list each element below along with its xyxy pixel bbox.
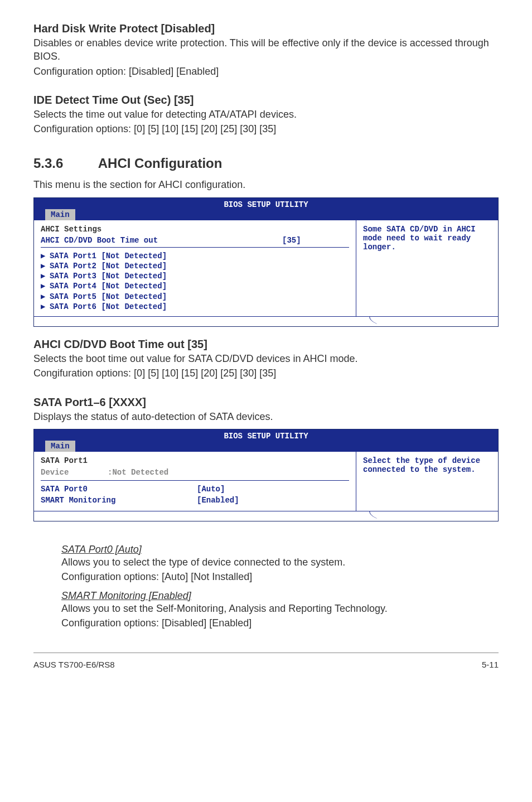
sata-px-title: SATA Port1–6 [XXXX] (33, 396, 499, 409)
footer-divider (33, 653, 499, 653)
device-value: :Not Detected (108, 467, 349, 479)
expand-icon: ▶ (41, 292, 50, 302)
sata-port6-row[interactable]: ▶SATA Port6 [Not Detected] (41, 302, 349, 312)
expand-icon: ▶ (41, 251, 50, 261)
sata-port2-row[interactable]: ▶SATA Port2 [Not Detected] (41, 261, 349, 271)
smart-value: [Enabled] (197, 495, 349, 506)
sata-port4-text: SATA Port4 [Not Detected] (50, 281, 167, 291)
hdwp-options: Configuration option: [Disabled] [Enable… (33, 65, 499, 78)
bios-left-pane: AHCI Settings AHCI CD/DVD Boot Time out … (34, 220, 356, 316)
ahci-bt-desc: Selects the boot time out value for SATA… (33, 352, 499, 365)
hard-disk-write-protect-section: Hard Disk Write Protect [Disabled] Disab… (33, 22, 499, 78)
bios-header-title: BIOS SETUP UTILITY (224, 200, 308, 209)
sata-port1-title: SATA Port1 (41, 456, 349, 465)
footer-page-number: 5-11 (482, 660, 499, 669)
ide-options: Configuration options: [0] [5] [10] [15]… (33, 122, 499, 136)
smart-sub-options: Configuration options: [Disabled] [Enabl… (61, 616, 499, 630)
sata-port0-value: [Auto] (197, 484, 349, 495)
bios-panel-sata-port: BIOS SETUP UTILITY Main SATA Port1 Devic… (33, 429, 499, 521)
sata-port1-text: SATA Port1 [Not Detected] (50, 251, 167, 261)
ahci-settings-title: AHCI Settings (41, 225, 349, 234)
section-number: 5.3.6 (33, 156, 95, 171)
section-heading: 5.3.6 AHCI Configuration (33, 156, 499, 171)
bios-help-pane: Some SATA CD/DVD in AHCI mode need to wa… (356, 220, 498, 316)
ide-title: IDE Detect Time Out (Sec) [35] (33, 94, 499, 107)
sata-px-desc: Displays the status of auto-detection of… (33, 410, 499, 423)
sata-port4-row[interactable]: ▶SATA Port4 [Not Detected] (41, 281, 349, 291)
ahci-boot-time-row[interactable]: AHCI CD/DVD Boot Time out [35] (41, 236, 349, 248)
bios-tab-main[interactable]: Main (45, 441, 75, 452)
ahci-bt-title: AHCI CD/DVD Boot Time out [35] (33, 338, 499, 351)
expand-icon: ▶ (41, 271, 50, 281)
expand-icon: ▶ (41, 302, 50, 312)
expand-icon: ▶ (41, 261, 50, 271)
bios-help-text: Select the type of device connected to t… (363, 456, 480, 474)
smart-monitoring-row[interactable]: SMART Monitoring [Enabled] (41, 495, 349, 506)
footer-product: ASUS TS700-E6/RS8 (33, 660, 115, 669)
bios-header: BIOS SETUP UTILITY Main (34, 198, 498, 220)
section-title: AHCI Configuration (98, 156, 223, 171)
smart-sub-title: SMART Monitoring [Enabled] (61, 590, 499, 602)
ahci-boot-time-section: AHCI CD/DVD Boot Time out [35] Selects t… (33, 338, 499, 380)
sata-port1-row[interactable]: ▶SATA Port1 [Not Detected] (41, 251, 349, 261)
sata-port0-sub-options: Configuration options: [Auto] [Not Insta… (61, 570, 499, 583)
device-label: Device (41, 467, 108, 479)
ahci-boot-value: [35] (282, 236, 349, 245)
expand-icon: ▶ (41, 281, 50, 291)
smart-subitem: SMART Monitoring [Enabled] Allows you to… (61, 590, 499, 630)
section-intro: This menu is the section for AHCI config… (33, 178, 499, 191)
sata-port2-text: SATA Port2 [Not Detected] (50, 261, 167, 271)
sata-port0-subitem: SATA Port0 [Auto] Allows you to select t… (61, 544, 499, 584)
sata-port-x-section: SATA Port1–6 [XXXX] Displays the status … (33, 396, 499, 423)
sata-port3-row[interactable]: ▶SATA Port3 [Not Detected] (41, 271, 349, 281)
sata-port5-row[interactable]: ▶SATA Port5 [Not Detected] (41, 292, 349, 302)
smart-label: SMART Monitoring (41, 495, 197, 506)
sata-port0-label: SATA Port0 (41, 484, 197, 495)
ide-detect-section: IDE Detect Time Out (Sec) [35] Selects t… (33, 94, 499, 136)
bios-tab-main[interactable]: Main (45, 209, 75, 220)
sata-port0-row[interactable]: SATA Port0 [Auto] (41, 484, 349, 495)
sata-port3-text: SATA Port3 [Not Detected] (50, 271, 167, 281)
ahci-boot-label: AHCI CD/DVD Boot Time out (41, 236, 282, 245)
bios-help-pane: Select the type of device connected to t… (356, 452, 498, 511)
sata-port6-text: SATA Port6 [Not Detected] (50, 302, 167, 312)
hdwp-title: Hard Disk Write Protect [Disabled] (33, 22, 499, 35)
bios-help-text: Some SATA CD/DVD in AHCI mode need to wa… (363, 225, 476, 252)
bios-header-title: BIOS SETUP UTILITY (224, 432, 308, 441)
smart-sub-desc: Allows you to set the Self-Monitoring, A… (61, 602, 499, 615)
page-footer: ASUS TS700-E6/RS8 5-11 (33, 658, 499, 669)
sata-port0-sub-desc: Allows you to select the type of device … (61, 555, 499, 569)
bios-header: BIOS SETUP UTILITY Main (34, 429, 498, 452)
ide-desc: Selects the time out value for detecting… (33, 108, 499, 121)
bios-left-pane: SATA Port1 Device :Not Detected SATA Por… (34, 452, 356, 511)
sata-port0-sub-title: SATA Port0 [Auto] (61, 544, 499, 555)
ahci-bt-options: Congifuration options: [0] [5] [10] [15]… (33, 366, 499, 380)
sata-port5-text: SATA Port5 [Not Detected] (50, 292, 167, 302)
hdwp-desc: Disables or enables device write protect… (33, 36, 499, 64)
device-row: Device :Not Detected (41, 467, 349, 481)
bios-panel-ahci: BIOS SETUP UTILITY Main AHCI Settings AH… (33, 197, 499, 327)
